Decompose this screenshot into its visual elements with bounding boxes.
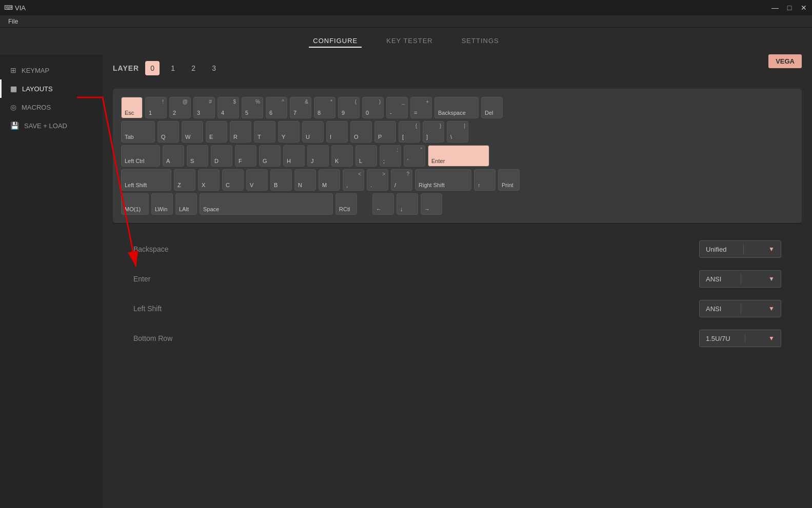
sidebar-item-layouts[interactable]: ▦ LAYOUTS — [0, 79, 103, 98]
key-o[interactable]: O — [350, 121, 372, 143]
key-u[interactable]: U — [302, 121, 324, 143]
key-lwin[interactable]: LWin — [151, 193, 173, 215]
key-n[interactable]: N — [294, 169, 316, 191]
key-t[interactable]: T — [254, 121, 275, 143]
key-row-3: Left Ctrl A S D F G H J K L : ; — [121, 145, 794, 167]
key-s[interactable]: S — [187, 145, 208, 167]
sidebar-item-keymap[interactable]: ⊞ KEYMAP — [0, 61, 103, 79]
key-enter[interactable]: Enter — [428, 145, 489, 167]
left-shift-dropdown[interactable]: ANSI ▼ — [699, 300, 781, 317]
left-shift-value: ANSI — [706, 305, 721, 313]
key-lbracket[interactable]: { [ — [399, 121, 420, 143]
key-rbracket[interactable]: } ] — [423, 121, 444, 143]
nav-tabs: CONFIGURE KEY TESTER SETTINGS — [0, 28, 812, 55]
key-v[interactable]: V — [246, 169, 268, 191]
app-logo: ⌨ VIA — [4, 4, 26, 12]
key-print[interactable]: Print — [498, 169, 520, 191]
sidebar-label-keymap: KEYMAP — [22, 67, 49, 74]
key-y[interactable]: Y — [278, 121, 300, 143]
key-7[interactable]: & 7 — [290, 97, 311, 118]
key-down[interactable]: ↓ — [397, 193, 418, 215]
key-left-ctrl[interactable]: Left Ctrl — [121, 145, 160, 167]
key-3[interactable]: # 3 — [193, 97, 215, 118]
key-h[interactable]: H — [283, 145, 305, 167]
key-lalt[interactable]: LAlt — [175, 193, 197, 215]
key-slash[interactable]: ? / — [391, 169, 412, 191]
key-backslash[interactable]: | \ — [447, 121, 468, 143]
enter-dropdown[interactable]: ANSI ▼ — [699, 270, 781, 288]
layer-btn-0[interactable]: 0 — [145, 61, 160, 75]
key-space[interactable]: Space — [200, 193, 333, 215]
key-e[interactable]: E — [206, 121, 227, 143]
key-b[interactable]: B — [270, 169, 292, 191]
key-r[interactable]: R — [230, 121, 251, 143]
tab-key-tester[interactable]: KEY TESTER — [382, 35, 437, 48]
sidebar-item-save-load[interactable]: 💾 SAVE + LOAD — [0, 116, 103, 135]
key-l[interactable]: L — [355, 145, 377, 167]
key-right-shift[interactable]: Right Shift — [415, 169, 471, 191]
key-comma[interactable]: < , — [343, 169, 364, 191]
minimize-button[interactable]: — — [771, 4, 779, 12]
layer-btn-3[interactable]: 3 — [207, 61, 221, 75]
key-period[interactable]: > . — [367, 169, 388, 191]
key-9[interactable]: ( 9 — [338, 97, 360, 118]
key-f[interactable]: F — [235, 145, 256, 167]
key-i[interactable]: I — [326, 121, 348, 143]
key-8[interactable]: * 8 — [314, 97, 335, 118]
key-up[interactable]: ↑ — [474, 169, 496, 191]
bottom-panel: Backspace Unified ▼ Enter ANSI ▼ Left Sh… — [113, 223, 802, 502]
tab-settings[interactable]: SETTINGS — [458, 35, 503, 48]
close-button[interactable]: ✕ — [800, 4, 808, 12]
key-2[interactable]: @ 2 — [169, 97, 191, 118]
key-q[interactable]: Q — [157, 121, 179, 143]
key-6[interactable]: ^ 6 — [266, 97, 287, 118]
key-g[interactable]: G — [259, 145, 281, 167]
sidebar-item-macros[interactable]: ◎ MACROS — [0, 98, 103, 116]
key-row-1: Esc ! 1 @ 2 # 3 $ — [121, 97, 794, 118]
key-equals[interactable]: + = — [410, 97, 432, 118]
layout-option-left-shift: Left Shift ANSI ▼ — [133, 294, 781, 323]
key-row-5: MO(1) LWin LAlt Space RCtl ← ↓ → — [121, 193, 794, 215]
menubar: File — [0, 15, 812, 28]
key-a[interactable]: A — [163, 145, 184, 167]
key-4[interactable]: $ 4 — [217, 97, 239, 118]
main-layout: ⊞ KEYMAP ▦ LAYOUTS ◎ MACROS 💾 SAVE + LOA… — [0, 55, 812, 508]
key-rctl[interactable]: RCtl — [335, 193, 357, 215]
key-backspace[interactable]: Backspace — [434, 97, 479, 118]
backspace-dropdown[interactable]: Unified ▼ — [699, 240, 781, 258]
backspace-label: Backspace — [133, 245, 168, 253]
layer-btn-2[interactable]: 2 — [186, 61, 201, 75]
tab-configure[interactable]: CONFIGURE — [309, 35, 362, 48]
key-z[interactable]: Z — [174, 169, 195, 191]
content-area: LAYER 0 1 2 3 VEGA Esc ! 1 — [103, 55, 812, 508]
key-m[interactable]: M — [319, 169, 340, 191]
key-c[interactable]: C — [222, 169, 244, 191]
keyboard: Esc ! 1 @ 2 # 3 $ — [121, 97, 794, 215]
key-right[interactable]: → — [421, 193, 442, 215]
key-del[interactable]: Del — [481, 97, 503, 118]
maximize-button[interactable]: □ — [785, 4, 794, 12]
sidebar-label-save-load: SAVE + LOAD — [24, 122, 67, 130]
key-left[interactable]: ← — [372, 193, 394, 215]
file-menu[interactable]: File — [4, 17, 22, 26]
key-esc[interactable]: Esc — [121, 97, 143, 118]
key-p[interactable]: P — [374, 121, 396, 143]
key-1[interactable]: ! 1 — [145, 97, 167, 118]
bottom-row-dropdown[interactable]: 1.5U/7U ▼ — [699, 330, 781, 347]
key-x[interactable]: X — [198, 169, 220, 191]
key-minus[interactable]: _ - — [386, 97, 408, 118]
key-left-shift[interactable]: Left Shift — [121, 169, 171, 191]
key-0[interactable]: ) 0 — [362, 97, 384, 118]
key-mo1[interactable]: MO(1) — [121, 193, 149, 215]
key-5[interactable]: % 5 — [242, 97, 263, 118]
chevron-down-icon-3: ▼ — [768, 305, 775, 312]
key-semicolon[interactable]: : ; — [380, 145, 401, 167]
key-w[interactable]: W — [182, 121, 203, 143]
key-d[interactable]: D — [211, 145, 232, 167]
key-quote[interactable]: " ' — [404, 145, 425, 167]
keyboard-container: Esc ! 1 @ 2 # 3 $ — [113, 89, 802, 223]
key-j[interactable]: J — [307, 145, 329, 167]
key-tab[interactable]: Tab — [121, 121, 155, 143]
key-k[interactable]: K — [331, 145, 353, 167]
layer-btn-1[interactable]: 1 — [166, 61, 180, 75]
